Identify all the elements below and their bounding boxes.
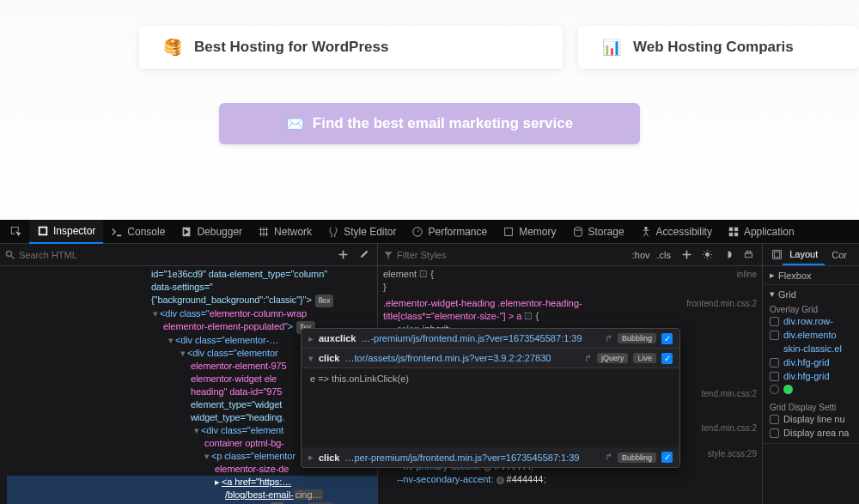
layout-panel: ▸Flexbox ▾Grid Overlay Grid div.row.row-… [763, 266, 859, 504]
filter-styles-input[interactable]: Filter Styles [383, 250, 629, 260]
listener-toggle[interactable]: ✓ [661, 353, 673, 364]
svg-rect-4 [729, 227, 733, 230]
flex-badge[interactable]: flex [315, 295, 334, 307]
color-swatch-icon[interactable] [783, 385, 793, 394]
selected-element[interactable]: ▸<a href="https:… [7, 476, 377, 489]
flexbox-section-header[interactable]: ▸Flexbox [770, 270, 852, 281]
svg-rect-10 [745, 253, 752, 258]
svg-point-9 [705, 252, 710, 257]
chart-icon: 📊 [602, 38, 621, 57]
inspector-toolbar: Search HTML Filter Styles :hov .cls Layo… [0, 244, 859, 266]
grid-overlay-item[interactable]: div.hfg-grid [770, 369, 852, 383]
envelope-icon: ✉️ [286, 115, 304, 133]
grid-overlay-item[interactable]: div.row.row- [770, 314, 852, 328]
eyedropper-icon[interactable] [355, 246, 372, 264]
tab-storage[interactable]: Storage [564, 220, 632, 244]
listener-toggle[interactable]: ✓ [661, 452, 673, 463]
tab-console[interactable]: Console [103, 220, 173, 244]
tab-memory[interactable]: Memory [495, 220, 564, 244]
devtools: Inspector Console Debugger Network Style… [0, 220, 859, 504]
print-media-icon[interactable] [740, 246, 757, 264]
card-label: Best Hosting for WordPress [194, 39, 388, 56]
dark-theme-icon[interactable] [719, 246, 736, 264]
display-area-names-toggle[interactable]: Display area na [770, 426, 852, 440]
svg-rect-6 [729, 232, 733, 235]
event-listeners-popup: ▸ auxclick …-premium/js/frontend.min.js?… [301, 328, 680, 468]
event-handler-code: e => this.onLinkClick(e) [302, 368, 679, 447]
svg-point-2 [574, 227, 582, 230]
add-node-icon[interactable] [334, 246, 351, 264]
side-tab-layout[interactable]: Layout [783, 245, 825, 265]
event-row-click[interactable]: ▾ click …tor/assets/js/frontend.min.js?v… [302, 349, 679, 368]
svg-rect-5 [734, 227, 738, 230]
grid-overlay-item[interactable]: div.elemento [770, 328, 852, 342]
grid-overlay-item[interactable]: div.hfg-grid [770, 355, 852, 369]
devtools-tabbar: Inspector Console Debugger Network Style… [0, 220, 859, 244]
cls-toggle[interactable]: .cls [654, 250, 675, 260]
cta-label: Find the best email marketing service [313, 115, 573, 132]
grid-section-header[interactable]: ▾Grid [770, 288, 852, 300]
tab-network[interactable]: Network [250, 220, 320, 244]
tab-application[interactable]: Application [720, 220, 802, 244]
live-badge: Live [633, 353, 656, 363]
card-hosting-comparison[interactable]: 📊 Web Hosting Comparis [578, 26, 859, 69]
webpage-preview: 🥞 Best Hosting for WordPress 📊 Web Hosti… [0, 0, 859, 220]
pancake-icon: 🥞 [163, 38, 182, 57]
card-best-hosting[interactable]: 🥞 Best Hosting for WordPress [139, 26, 563, 69]
svg-rect-13 [774, 252, 780, 258]
card-label: Web Hosting Comparis [633, 39, 794, 56]
light-theme-icon[interactable] [698, 246, 716, 264]
bubbling-badge: Bubbling [618, 452, 656, 463]
event-row-click-2[interactable]: ▸ click …per-premium/js/frontend.min.js?… [302, 447, 679, 467]
element-picker-icon[interactable] [3, 226, 29, 238]
side-tab-computed[interactable]: Cor [825, 245, 854, 265]
svg-rect-7 [734, 232, 738, 235]
tab-performance[interactable]: Performance [404, 220, 495, 244]
display-line-numbers-toggle[interactable]: Display line nu [770, 412, 852, 426]
svg-rect-1 [505, 228, 513, 235]
listener-toggle[interactable]: ✓ [661, 333, 673, 344]
event-row-auxclick[interactable]: ▸ auxclick …-premium/js/frontend.min.js?… [302, 329, 679, 349]
tab-accessibility[interactable]: Accessibility [632, 220, 720, 244]
cta-email-marketing[interactable]: ✉️ Find the best email marketing service [219, 103, 640, 144]
add-rule-icon[interactable] [678, 246, 695, 264]
layout-panel-icon[interactable] [771, 246, 783, 264]
svg-rect-11 [746, 251, 751, 252]
svg-point-3 [644, 226, 648, 229]
hov-toggle[interactable]: :hov [629, 250, 654, 260]
bubbling-badge: Bubbling [618, 333, 656, 343]
tab-style-editor[interactable]: Style Editor [320, 220, 404, 244]
jquery-badge: jQuery [597, 353, 629, 363]
svg-point-8 [7, 251, 12, 256]
color-swatch-icon[interactable] [770, 385, 779, 394]
search-html-input[interactable]: Search HTML [5, 250, 331, 260]
tab-inspector[interactable]: Inspector [29, 220, 103, 244]
tab-debugger[interactable]: Debugger [173, 220, 250, 244]
